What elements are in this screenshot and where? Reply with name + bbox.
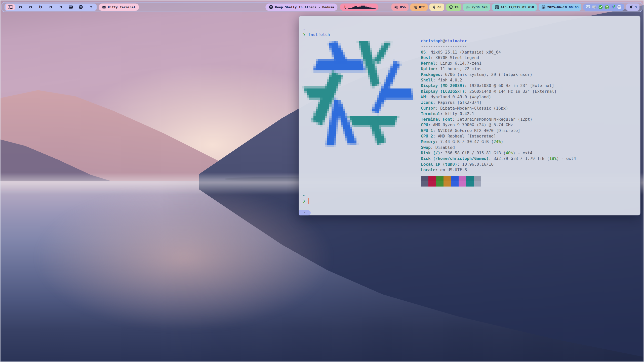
network-module[interactable]: Off [410, 4, 427, 11]
clock-value: 2025-06-18 00:03 [547, 5, 579, 9]
prompt-symbol: ❯ [303, 32, 305, 37]
fastfetch-line: Disk (/): 366.58 GiB / 915.81 GiB (40%) … [421, 150, 576, 156]
fastfetch-line: WM: Hyprland 0.49.0 (Wayland) [421, 94, 576, 100]
status-modules: 85%OffOn1%7/30 GiB413.17/915.81 GiB2025-… [391, 4, 581, 11]
spotify-tray-icon[interactable] [617, 5, 622, 10]
disk-value: 413.17/915.81 GiB [501, 5, 534, 9]
volume-value: 85% [400, 5, 406, 9]
top-bar: >_↻ Kitty Terminal Keep Shelly In Athens… [2, 2, 642, 12]
fastfetch-line: Locale: en_US.UTF-8 [421, 167, 576, 173]
fastfetch-line: Disk (/home/christoph/Games): 332.79 GiB… [421, 156, 576, 161]
screen-lock-icon[interactable] [592, 5, 597, 10]
bell-icon [629, 5, 633, 9]
workspace-3[interactable] [25, 4, 35, 11]
workspaces: >_↻ [5, 4, 97, 11]
fastfetch-line: Swap: Disabled [421, 145, 576, 150]
terminal-window[interactable]: ~ ❯ fastfetch christoph@nixinator-------… [299, 16, 640, 215]
bar-right: 85%OffOn1%7/30 GiB413.17/915.81 GiB2025-… [391, 4, 639, 11]
clock-module[interactable]: 2025-06-18 00:03 [539, 4, 581, 11]
terminal-cursor [308, 198, 309, 204]
network-value: Off [419, 5, 425, 9]
bluetooth-module[interactable]: On [429, 4, 444, 11]
palette-swatch [421, 181, 428, 187]
visualizer-module[interactable]: ♫ ▂▂▄▆▄▅▇▇▅▄▃▂▁ [340, 4, 378, 11]
fastfetch-line: Shell: fish 4.0.2 [421, 77, 576, 83]
disk-icon [495, 5, 499, 9]
fastfetch-line: GPU 1: NVIDIA GeForce RTX 4070 [Discrete… [421, 128, 576, 133]
volume-module[interactable]: 85% [391, 4, 409, 11]
palette-swatch [451, 181, 459, 187]
fastfetch-line: Icons: Papirus [GTK2/3/4] [421, 100, 576, 105]
disk-module[interactable]: 413.17/915.81 GiB [492, 4, 537, 11]
workspace-1[interactable]: >_ [6, 4, 15, 10]
palette-swatch [444, 181, 451, 187]
palette-swatch [474, 181, 481, 187]
workspace-5[interactable] [46, 4, 56, 11]
palette-swatch [474, 176, 481, 181]
palette-row-2 [421, 181, 481, 187]
workspace-6[interactable] [56, 4, 66, 11]
square-icon [29, 6, 32, 8]
fastfetch-line: CPU: AMD Ryzen 9 7900X (24) @ 5.74 GHz [421, 122, 576, 128]
fastfetch-line: Kernel: Linux 6.14.7-zen1 [421, 61, 576, 66]
wallpaper-reflection-glow [35, 185, 332, 331]
palette-row-1 [421, 176, 481, 181]
terminal-tab[interactable]: ~ [299, 210, 311, 215]
palette-swatch [428, 176, 436, 181]
square-icon [60, 6, 62, 8]
fastfetch-line: christoph@nixinator [421, 38, 576, 44]
keyboard-icon[interactable] [586, 5, 590, 10]
fastfetch-line: Host: X670E Steel Legend [421, 55, 576, 61]
bluetooth-value: On [437, 5, 441, 9]
speaker-icon [394, 5, 398, 9]
workspace-2[interactable] [15, 4, 25, 11]
cpu-module[interactable]: 1% [446, 4, 461, 11]
ram-icon [466, 5, 470, 9]
nixos-logo [302, 39, 415, 147]
memory-module[interactable]: 7/30 GiB [463, 4, 490, 11]
shield-icon[interactable] [611, 5, 616, 10]
window-title-label: Kitty Terminal [108, 5, 136, 9]
key-icon[interactable] [605, 5, 609, 10]
color-palette [421, 176, 481, 187]
fastfetch-line: Terminal: kitty 0.42.1 [421, 111, 576, 117]
workspace-9[interactable] [86, 4, 96, 11]
music-note-icon: ♫ [343, 5, 346, 9]
workspace-4[interactable]: ↻ [35, 4, 46, 11]
palette-swatch [466, 176, 474, 181]
workspace-7[interactable] [66, 4, 76, 11]
bar-center: Keep Shelly In Athens - Medusa ♫ ▂▂▄▆▄▅▇… [265, 4, 378, 11]
window-icon [69, 6, 73, 9]
fastfetch-line: GPU 2: AMD Raphael [Integrated] [421, 133, 576, 139]
terminal-command: fastfetch [308, 32, 330, 37]
fastfetch-line: Memory: 7.44 GiB / 30.47 GiB (24%) [421, 139, 576, 145]
fastfetch-line: Uptime: 11 hours, 22 mins [421, 66, 576, 72]
fastfetch-line: Cursor: Bibata-Modern-Classic (16px) [421, 106, 576, 111]
spotify-icon [269, 5, 273, 9]
fastfetch-line: Display (LC32G5xT): 644x362 @ 144 Hz i… [421, 89, 576, 94]
palette-swatch [459, 176, 466, 181]
window-title-module[interactable]: Kitty Terminal [99, 4, 139, 11]
workspace-8[interactable] [76, 4, 86, 11]
fastfetch-output: christoph@nixinator-------------------OS… [421, 38, 576, 173]
fastfetch-line: ------------------- [421, 44, 576, 49]
palette-swatch [428, 181, 436, 187]
restart-icon: ↻ [39, 5, 42, 9]
memory-value: 7/30 GiB [472, 5, 488, 9]
terminal-path-line: ~ [303, 26, 305, 32]
terminal-path-line-bottom: ~ [303, 193, 305, 198]
chip-icon [449, 5, 453, 9]
palette-swatch [451, 176, 459, 181]
palette-swatch [444, 176, 451, 181]
cpu-value: 1% [455, 5, 459, 9]
bluetooth-icon [432, 5, 436, 9]
music-module[interactable]: Keep Shelly In Athens - Medusa [265, 4, 337, 11]
cat-icon [102, 5, 106, 9]
palette-swatch [436, 181, 444, 187]
square-icon [50, 6, 52, 8]
palette-swatch [436, 176, 444, 181]
notifications-module[interactable]: 3 [626, 4, 639, 11]
wifi-off-icon [413, 5, 417, 9]
spotify-ws-icon [78, 5, 83, 9]
check-circle-icon[interactable] [598, 5, 603, 10]
